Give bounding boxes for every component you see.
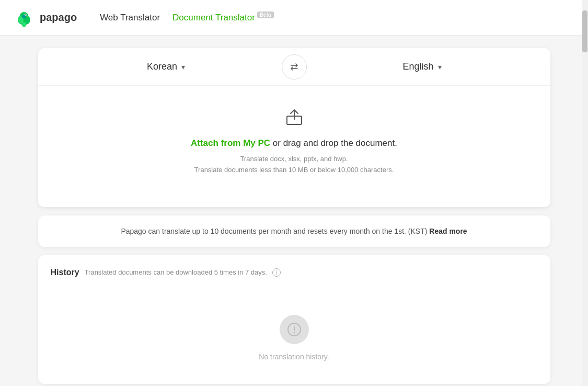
empty-history: No translation history. (51, 294, 538, 371)
history-card: History Translated documents can be down… (38, 255, 550, 384)
scrollbar[interactable] (582, 0, 588, 386)
logo-text: papago (40, 12, 77, 24)
nav-links: Web Translator Document TranslatorBeta (94, 12, 280, 23)
read-more-link[interactable]: Read more (429, 227, 467, 235)
swap-languages-button[interactable] (282, 54, 307, 80)
svg-point-7 (22, 22, 26, 27)
header: papago Web Translator Document Translato… (0, 0, 588, 36)
source-lang-label: Korean (147, 61, 177, 72)
attach-link[interactable]: Attach from My PC (191, 138, 270, 148)
upload-area[interactable]: Attach from My PC or drag and drop the d… (38, 86, 550, 207)
empty-history-text: No translation history. (259, 353, 329, 361)
upload-subtext-limit: Translate documents less than 10 MB or b… (194, 165, 394, 176)
scrollbar-thumb[interactable] (582, 10, 587, 52)
history-info-icon[interactable]: i (272, 268, 281, 277)
target-lang-chevron: ▾ (438, 63, 442, 71)
target-lang-label: English (402, 61, 433, 72)
upload-text: Attach from My PC or drag and drop the d… (191, 138, 397, 149)
svg-point-8 (22, 15, 26, 18)
translation-card: Korean ▾ English ▾ (38, 48, 550, 207)
svg-point-11 (293, 332, 295, 333)
swap-icon (289, 62, 299, 72)
history-subtitle: Translated documents can be downloaded 5… (85, 268, 267, 276)
upload-icon (284, 107, 305, 130)
history-title: History (51, 268, 79, 277)
source-language-selector[interactable]: Korean ▾ (51, 61, 282, 72)
history-header: History Translated documents can be down… (51, 268, 538, 277)
target-language-selector[interactable]: English ▾ (307, 61, 538, 72)
empty-history-icon (280, 315, 309, 344)
beta-badge: Beta (257, 12, 274, 18)
info-banner: Papago can translate up to 10 documents … (38, 215, 550, 247)
lang-selector-row: Korean ▾ English ▾ (38, 48, 550, 86)
papago-logo (13, 6, 36, 29)
main-content: Korean ▾ English ▾ (7, 36, 582, 386)
logo-area: papago (13, 6, 77, 29)
web-translator-link[interactable]: Web Translator (94, 13, 166, 23)
svg-point-4 (26, 14, 27, 15)
info-text: Papago can translate up to 10 documents … (121, 227, 427, 235)
upload-subtext-formats: Translate docx, xlsx, pptx, and hwp. (240, 154, 348, 165)
document-translator-link[interactable]: Document TranslatorBeta (166, 12, 280, 23)
source-lang-chevron: ▾ (181, 63, 185, 71)
